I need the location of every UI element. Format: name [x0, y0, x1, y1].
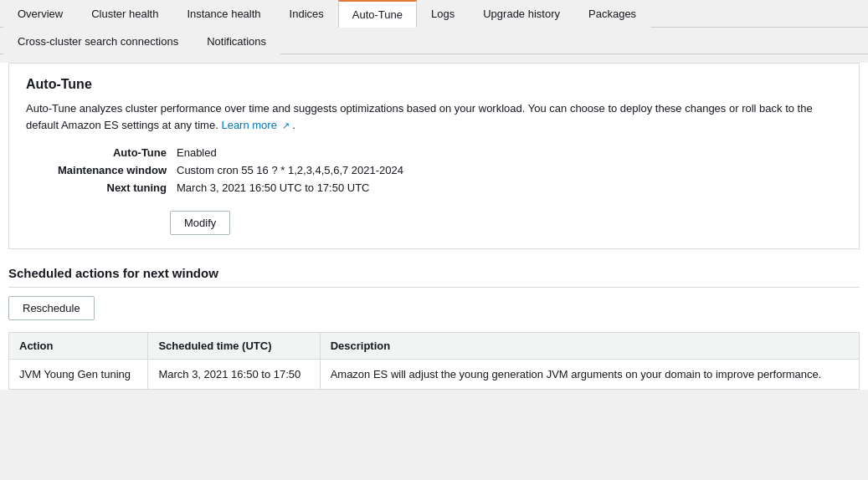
next-tuning-label: Next tuning: [43, 181, 177, 194]
tab-cluster-health[interactable]: Cluster health: [77, 0, 172, 28]
auto-tune-section: Auto-Tune Auto-Tune analyzes cluster per…: [8, 63, 860, 249]
scheduled-table: Action Scheduled time (UTC) Description …: [8, 332, 860, 390]
maintenance-window-label: Maintenance window: [43, 164, 177, 176]
cell-scheduled-time: March 3, 2021 16:50 to 17:50: [148, 360, 320, 390]
col-description: Description: [320, 333, 859, 360]
maintenance-window-row: Maintenance window Custom cron 55 16 ? *…: [43, 164, 842, 176]
tab-packages[interactable]: Packages: [574, 0, 650, 28]
auto-tune-value: Enabled: [177, 146, 217, 159]
modify-btn-row: Modify: [170, 211, 842, 235]
col-action: Action: [9, 333, 148, 360]
col-scheduled-time: Scheduled time (UTC): [148, 333, 320, 360]
tab-cross-cluster[interactable]: Cross-cluster search connections: [3, 28, 193, 54]
tab-notifications[interactable]: Notifications: [193, 28, 280, 54]
table-row: JVM Young Gen tuning March 3, 2021 16:50…: [9, 360, 860, 390]
next-tuning-row: Next tuning March 3, 2021 16:50 UTC to 1…: [43, 181, 842, 194]
description-text: Auto-Tune analyzes cluster performance o…: [26, 102, 813, 131]
scheduled-actions-section: Scheduled actions for next window Resche…: [8, 258, 860, 390]
tab-auto-tune[interactable]: Auto-Tune: [338, 0, 417, 28]
modify-button[interactable]: Modify: [170, 211, 230, 235]
scheduled-actions-title: Scheduled actions for next window: [8, 258, 860, 288]
auto-tune-label: Auto-Tune: [43, 146, 177, 159]
content-area: Auto-Tune Auto-Tune analyzes cluster per…: [0, 63, 868, 390]
description-period: .: [292, 119, 295, 131]
next-tuning-value: March 3, 2021 16:50 UTC to 17:50 UTC: [177, 181, 370, 194]
tab-indices[interactable]: Indices: [275, 0, 338, 28]
tabs-row1: Overview Cluster health Instance health …: [0, 0, 868, 28]
maintenance-window-value: Custom cron 55 16 ? * 1,2,3,4,5,6,7 2021…: [177, 164, 403, 176]
external-link-icon: ↗︎: [282, 119, 290, 133]
cell-action: JVM Young Gen tuning: [9, 360, 148, 390]
cell-description: Amazon ES will adjust the young generati…: [320, 360, 859, 390]
tabs-row2: Cross-cluster search connections Notific…: [0, 28, 868, 54]
auto-tune-section-title: Auto-Tune: [26, 77, 842, 92]
reschedule-button[interactable]: Reschedule: [8, 296, 95, 320]
auto-tune-description: Auto-Tune analyzes cluster performance o…: [26, 100, 842, 133]
auto-tune-field-row: Auto-Tune Enabled: [43, 146, 842, 159]
reschedule-row: Reschedule: [8, 288, 860, 329]
tab-instance-health[interactable]: Instance health: [172, 0, 275, 28]
tab-overview[interactable]: Overview: [3, 0, 77, 28]
learn-more-link[interactable]: Learn more ↗︎: [221, 119, 292, 131]
tab-upgrade-history[interactable]: Upgrade history: [469, 0, 574, 28]
tab-logs[interactable]: Logs: [417, 0, 469, 28]
table-header-row: Action Scheduled time (UTC) Description: [9, 333, 860, 360]
info-table: Auto-Tune Enabled Maintenance window Cus…: [43, 146, 842, 194]
